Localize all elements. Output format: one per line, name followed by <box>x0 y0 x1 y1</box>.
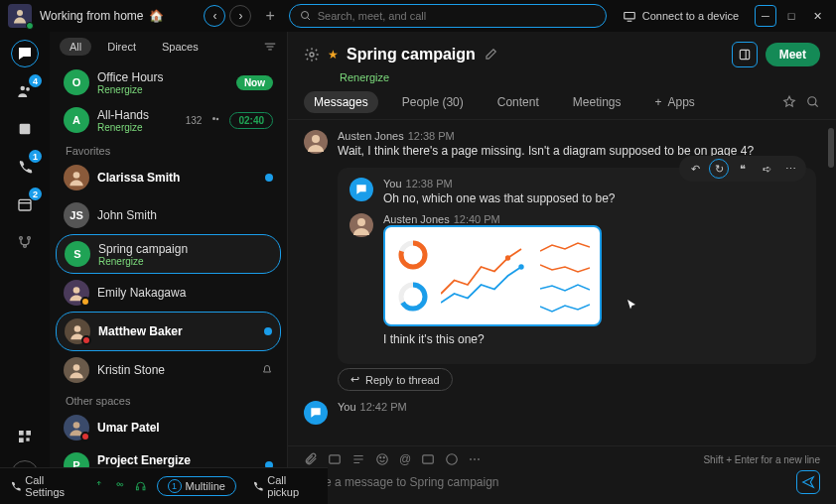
space-matthew[interactable]: Matthew Baker <box>56 312 281 351</box>
rail-calendar[interactable]: 2 <box>11 190 39 218</box>
user-avatar[interactable] <box>8 4 32 28</box>
svg-rect-7 <box>20 124 31 135</box>
svg-point-11 <box>28 237 31 240</box>
reply-thread-button[interactable]: ↩ Reply to thread <box>338 368 453 391</box>
attachment-image[interactable] <box>383 225 602 326</box>
self-avatar[interactable] <box>304 401 328 425</box>
gear-icon[interactable] <box>304 47 320 63</box>
rail-contacts[interactable] <box>11 115 39 143</box>
svg-point-43 <box>383 457 384 458</box>
meet-button[interactable]: Meet <box>766 43 820 66</box>
search-in-space-icon[interactable] <box>806 95 820 109</box>
svg-point-33 <box>357 218 365 226</box>
rail-more[interactable] <box>11 228 39 256</box>
svg-point-41 <box>377 454 388 465</box>
message-row: Austen Jones12:38 PM Wait, I think there… <box>304 130 816 158</box>
svg-rect-15 <box>19 438 24 442</box>
svg-rect-40 <box>330 455 341 463</box>
svg-rect-49 <box>143 487 145 490</box>
pickup-icon <box>252 480 263 492</box>
presence-status[interactable]: Working from home 🏠 <box>40 9 164 23</box>
rail-messaging[interactable] <box>11 40 39 67</box>
connect-device-button[interactable]: Connect to a device <box>615 10 747 22</box>
tab-meetings[interactable]: Meetings <box>563 91 631 113</box>
audio-out-icon[interactable] <box>114 480 125 492</box>
space-title: Spring campaign <box>347 46 476 63</box>
window-minimize-button[interactable]: ─ <box>755 5 776 27</box>
screenshot-icon[interactable] <box>328 452 342 466</box>
svg-point-5 <box>21 86 26 91</box>
bitmoji-icon[interactable] <box>445 452 459 466</box>
react-refresh-icon[interactable]: ↻ <box>709 159 729 179</box>
participant-count: 132 <box>186 115 203 126</box>
mention-icon[interactable]: @ <box>399 452 411 466</box>
svg-point-1 <box>301 12 308 19</box>
search-field[interactable] <box>289 4 607 28</box>
space-emily[interactable]: Emily Nakagawa <box>56 274 281 312</box>
send-button[interactable] <box>796 470 820 494</box>
nav-back-button[interactable]: ‹ <box>204 5 225 27</box>
space-spring-campaign[interactable]: S Spring campaign Renergize <box>56 234 281 274</box>
scrollbar[interactable] <box>828 128 834 168</box>
rail-calling[interactable]: 1 <box>11 153 39 181</box>
call-settings-button[interactable]: Call Settings <box>10 474 83 498</box>
author-avatar[interactable] <box>349 213 373 237</box>
svg-point-25 <box>73 364 80 371</box>
rail-apps[interactable] <box>11 423 39 450</box>
emoji-icon[interactable] <box>375 452 389 466</box>
attach-icon[interactable] <box>304 452 318 466</box>
space-office-hours[interactable]: O Office Hours Renergize Now <box>56 63 281 101</box>
filter-spaces[interactable]: Spaces <box>152 38 209 56</box>
star-icon[interactable]: ★ <box>328 48 339 62</box>
device-icon <box>623 10 636 22</box>
tab-people[interactable]: People (30) <box>392 91 474 113</box>
space-john[interactable]: JS John Smith <box>56 196 281 234</box>
react-more-icon[interactable]: ⋯ <box>780 159 800 179</box>
format-icon[interactable] <box>351 452 365 466</box>
filter-all[interactable]: All <box>60 38 91 56</box>
filter-icon[interactable] <box>263 41 277 53</box>
compose-input[interactable] <box>304 475 788 489</box>
window-close-button[interactable]: ✕ <box>806 5 828 27</box>
rail-teams[interactable]: 4 <box>11 77 39 105</box>
svg-point-10 <box>20 237 23 240</box>
edit-icon[interactable] <box>484 48 497 62</box>
more-compose-icon[interactable]: ⋯ <box>469 452 481 466</box>
react-back-icon[interactable]: ↶ <box>685 159 705 179</box>
svg-point-0 <box>17 10 23 16</box>
svg-point-39 <box>518 264 523 269</box>
space-umar[interactable]: Umar Patel <box>56 409 281 446</box>
branch-icon <box>17 234 33 250</box>
headset-icon[interactable] <box>135 480 146 492</box>
search-input[interactable] <box>318 10 596 22</box>
gif-icon[interactable] <box>421 452 435 466</box>
svg-rect-14 <box>26 431 31 436</box>
window-maximize-button[interactable]: □ <box>780 5 802 27</box>
new-button[interactable]: + <box>259 7 280 25</box>
react-forward-icon[interactable]: ➪ <box>757 159 776 179</box>
svg-point-26 <box>73 422 80 429</box>
call-pickup-button[interactable]: Call pickup <box>252 474 318 498</box>
author-avatar[interactable] <box>304 130 328 154</box>
svg-line-31 <box>815 104 818 107</box>
panel-button[interactable] <box>732 42 758 67</box>
tab-apps[interactable]: + Apps <box>644 91 704 113</box>
tab-messages[interactable]: Messages <box>304 91 378 113</box>
space-kristin[interactable]: Kristin Stone <box>56 351 281 389</box>
react-quote-icon[interactable]: ❝ <box>733 159 753 179</box>
nav-forward-button[interactable]: › <box>229 5 251 27</box>
space-clarissa[interactable]: Clarissa Smith <box>56 159 281 196</box>
audio-in-icon[interactable] <box>93 480 104 492</box>
reaction-bar: ↶ ↻ ❝ ➪ ⋯ <box>679 156 806 182</box>
multiline-button[interactable]: 1 Multiline <box>157 476 236 496</box>
tab-content[interactable]: Content <box>488 91 549 113</box>
donut-chart-2 <box>395 279 431 315</box>
self-avatar[interactable] <box>349 178 373 201</box>
contact-icon <box>17 121 33 137</box>
space-all-hands[interactable]: A All-Hands Renergize 132 02:40 <box>56 101 281 139</box>
svg-point-23 <box>73 287 80 294</box>
compose-hint: Shift + Enter for a new line <box>703 454 820 465</box>
filter-direct[interactable]: Direct <box>97 38 146 56</box>
svg-point-45 <box>447 454 458 465</box>
pin-icon[interactable] <box>782 95 796 109</box>
